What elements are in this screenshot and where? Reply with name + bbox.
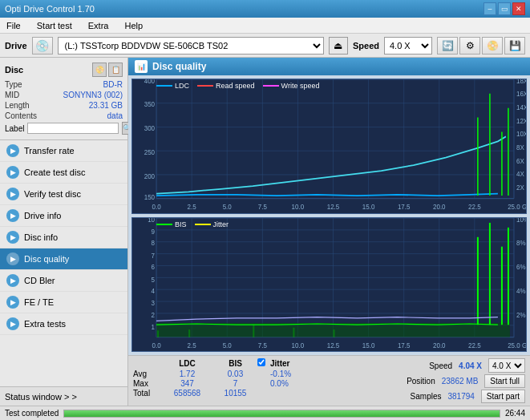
svg-text:6X: 6X xyxy=(516,156,524,165)
svg-text:15.0: 15.0 xyxy=(362,202,375,211)
transfer-rate-icon: ▶ xyxy=(6,144,19,157)
disc-write-icon[interactable]: 📀 xyxy=(482,37,503,55)
sidebar-item-disc-quality-label: Disc quality xyxy=(24,254,69,264)
menu-extra[interactable]: Extra xyxy=(85,19,112,32)
svg-text:5.0: 5.0 xyxy=(223,202,232,211)
maximize-button[interactable]: ▭ xyxy=(498,2,511,15)
sidebar-item-extra-tests[interactable]: ▶ Extra tests xyxy=(0,313,127,335)
minimize-button[interactable]: – xyxy=(483,2,496,15)
settings-icon[interactable]: ⚙ xyxy=(459,37,480,55)
cd-bler-icon: ▶ xyxy=(6,274,19,287)
ldc-legend-color xyxy=(156,85,172,87)
position-label: Position xyxy=(407,377,435,386)
sidebar-item-drive-info[interactable]: ▶ Drive info xyxy=(0,205,127,227)
sidebar-item-create-test-disc[interactable]: ▶ Create test disc xyxy=(0,162,127,184)
max-label: Max xyxy=(133,379,161,388)
svg-text:2X: 2X xyxy=(516,183,524,192)
svg-text:12X: 12X xyxy=(516,116,526,125)
svg-text:3: 3 xyxy=(152,298,156,307)
drive-label: Drive xyxy=(5,41,27,50)
sidebar-item-fe-te[interactable]: ▶ FE / TE xyxy=(0,292,127,313)
svg-text:GB: GB xyxy=(522,341,526,349)
status-window-button[interactable]: Status window > > xyxy=(0,386,127,406)
titlebar: Opti Drive Control 1.70 – ▭ ✕ xyxy=(0,0,530,18)
sidebar-item-cd-bler[interactable]: ▶ CD Bler xyxy=(0,270,127,292)
disc-type-row: Type BD-R xyxy=(5,80,123,89)
disc-quality-title: Disc quality xyxy=(152,61,206,72)
read-speed-legend-item: Read speed xyxy=(197,82,255,90)
sidebar-item-disc-info-label: Disc info xyxy=(24,232,58,242)
sidebar-item-fe-te-label: FE / TE xyxy=(24,297,54,307)
menu-start-test[interactable]: Start test xyxy=(34,19,75,32)
menubar: File Start test Extra Help xyxy=(0,18,530,34)
total-label: Total xyxy=(133,389,161,398)
write-speed-legend-label: Write speed xyxy=(281,82,320,90)
eject-button[interactable]: ⏏ xyxy=(329,37,348,55)
svg-text:18X: 18X xyxy=(516,79,526,85)
svg-text:22.5: 22.5 xyxy=(468,202,481,211)
svg-text:25.0: 25.0 xyxy=(508,341,520,349)
disc-mid-label: MID xyxy=(5,91,19,99)
ldc-legend-item: LDC xyxy=(156,82,189,90)
start-part-button[interactable]: Start part xyxy=(481,390,525,403)
disc-quality-header-icon: 📊 xyxy=(135,60,148,73)
svg-text:0.0: 0.0 xyxy=(152,202,160,211)
menu-file[interactable]: File xyxy=(3,19,24,32)
jitter-header: Jitter xyxy=(270,359,289,368)
svg-text:4X: 4X xyxy=(516,170,524,179)
save-icon[interactable]: 💾 xyxy=(504,37,525,55)
svg-text:12.5: 12.5 xyxy=(327,202,340,211)
samples-value: 381794 xyxy=(447,392,474,401)
svg-text:8%: 8% xyxy=(516,238,526,247)
bis-header: BIS xyxy=(213,359,257,368)
drivebar: Drive 💿 (L:) TSSTcorp BDDVDW SE-506CB TS… xyxy=(0,34,530,58)
sidebar-item-disc-info[interactable]: ▶ Disc info xyxy=(0,227,127,248)
speed-stat-value: 4.04 X xyxy=(459,361,482,370)
disc-label-input[interactable] xyxy=(27,123,119,134)
progress-bar xyxy=(63,410,500,418)
close-button[interactable]: ✕ xyxy=(512,2,525,15)
sidebar-item-transfer-rate[interactable]: ▶ Transfer rate xyxy=(0,140,127,162)
disc-label-row: Label 🔍 xyxy=(5,122,123,135)
svg-rect-0 xyxy=(156,79,514,199)
checkbox-space xyxy=(257,358,270,368)
avg-bis: 0.03 xyxy=(213,370,257,378)
svg-rect-104 xyxy=(156,322,510,337)
sidebar-item-extra-tests-label: Extra tests xyxy=(24,319,66,329)
speed-dropdown[interactable]: 4.0 X xyxy=(488,358,525,373)
disc-contents-label: Contents xyxy=(5,111,37,120)
extra-tests-icon: ▶ xyxy=(6,317,19,330)
sidebar-menu: ▶ Transfer rate ▶ Create test disc ▶ Ver… xyxy=(0,140,127,386)
drive-select[interactable]: (L:) TSSTcorp BDDVDW SE-506CB TS02 xyxy=(58,37,324,55)
disc-length-label: Length xyxy=(5,101,30,110)
svg-text:4%: 4% xyxy=(516,286,526,295)
speed-select[interactable]: 4.0 X 2.0 X 6.0 X xyxy=(384,37,432,55)
write-speed-legend-item: Write speed xyxy=(263,82,320,90)
svg-text:20.0: 20.0 xyxy=(433,341,446,349)
disc-contents-row: Contents data xyxy=(5,111,123,120)
refresh-icon[interactable]: 🔄 xyxy=(437,37,458,55)
disc-icon-2[interactable]: 📋 xyxy=(108,63,123,77)
disc-length-value: 23.31 GB xyxy=(89,101,123,110)
svg-text:8: 8 xyxy=(152,238,156,247)
svg-text:400: 400 xyxy=(144,79,155,85)
svg-text:250: 250 xyxy=(144,147,155,156)
content-area: 📊 Disc quality LDC Read speed xyxy=(128,58,530,406)
max-bis: 7 xyxy=(213,379,257,388)
disc-icon-1[interactable]: 📀 xyxy=(92,63,107,77)
disc-header: Disc 📀 📋 xyxy=(5,63,123,77)
svg-text:14X: 14X xyxy=(516,103,526,111)
samples-label: Samples xyxy=(411,392,442,401)
sidebar-item-disc-quality[interactable]: ▶ Disc quality xyxy=(0,248,127,270)
svg-text:7.5: 7.5 xyxy=(258,341,267,349)
main-layout: Disc 📀 📋 Type BD-R MID SONYNN3 (002) Len… xyxy=(0,58,530,406)
svg-text:9: 9 xyxy=(152,227,156,236)
sidebar-item-verify-test-disc[interactable]: ▶ Verify test disc xyxy=(0,184,127,205)
jitter-checkbox[interactable] xyxy=(257,358,265,366)
bis-legend-item: BIS xyxy=(156,220,187,228)
start-full-button[interactable]: Start full xyxy=(484,374,525,388)
read-speed-legend-color xyxy=(197,85,213,87)
position-value: 23862 MB xyxy=(442,377,479,386)
menu-help[interactable]: Help xyxy=(121,19,146,32)
read-speed-legend-label: Read speed xyxy=(216,82,255,90)
